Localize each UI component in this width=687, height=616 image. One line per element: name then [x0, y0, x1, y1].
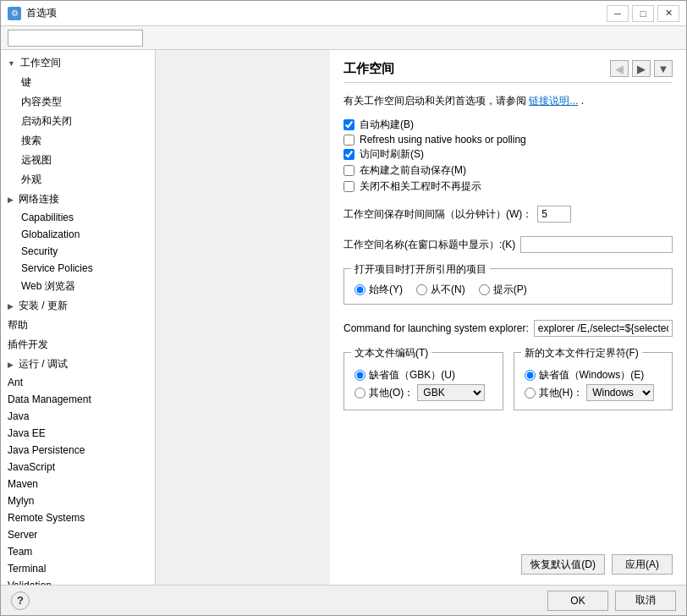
sidebar-label-remote-systems: Remote Systems — [8, 512, 85, 524]
command-input[interactable] — [534, 320, 673, 337]
sidebar-item-plugin-dev[interactable]: 插件开发 — [1, 335, 155, 355]
encoding-title: 文本文件编码(T) — [351, 346, 431, 360]
checkbox-row-refresh-native: Refresh using native hooks or polling — [344, 134, 673, 146]
newline-radio-0[interactable] — [525, 370, 536, 381]
main-content: ▼工作空间键内容类型启动和关闭搜索远视图外观▶网络连接CapabilitiesG… — [1, 50, 686, 585]
close-button[interactable]: ✕ — [657, 5, 679, 22]
newline-title: 新的文本文件行定界符(F) — [521, 346, 642, 360]
checkbox-auto-refresh[interactable] — [344, 149, 354, 160]
help-button[interactable]: ? — [11, 591, 30, 610]
radio-never[interactable] — [416, 284, 427, 295]
workspace-name-row: 工作空间名称(在窗口标题中显示）:(K) — [344, 236, 673, 253]
newline-dropdown[interactable]: WindowsUnixMac — [586, 384, 654, 401]
encoding-box: 文本文件编码(T) 缺省值（GBK）(U)其他(O)：GBKUTF-8UTF-1… — [344, 352, 503, 410]
encoding-radio-row-0: 缺省值（GBK）(U) — [354, 368, 492, 382]
workspace-name-input[interactable] — [520, 236, 673, 253]
bottom-left: ? — [11, 591, 30, 610]
radio-always[interactable] — [354, 284, 365, 295]
encoding-radio-0[interactable] — [354, 370, 365, 381]
checkbox-close-unrelated[interactable] — [344, 181, 354, 192]
sidebar-item-globalization[interactable]: Globalization — [1, 226, 155, 243]
radio-label-always: 始终(Y) — [369, 283, 403, 297]
open-projects-radio-row-never: 从不(N) — [416, 283, 465, 297]
sidebar-item-key[interactable]: 键 — [1, 73, 155, 92]
sidebar-item-mylyn[interactable]: Mylyn — [1, 492, 155, 509]
sidebar-item-startup-shutdown[interactable]: 启动和关闭 — [1, 112, 155, 131]
encoding-radio-1[interactable] — [354, 388, 365, 399]
expand-arrow-workspace-parent: ▼ — [8, 59, 15, 68]
sidebar-item-workspace-parent[interactable]: ▼工作空间 — [1, 53, 155, 73]
checkbox-label-auto-refresh: 访问时刷新(S) — [360, 147, 424, 162]
info-link[interactable]: 链接说明... — [529, 95, 578, 107]
sidebar-item-java-persistence[interactable]: Java Persistence — [1, 442, 155, 459]
apply-button[interactable]: 应用(A) — [612, 554, 673, 575]
radio-label-never: 从不(N) — [431, 283, 465, 297]
sidebar-item-help[interactable]: 帮助 — [1, 316, 155, 335]
sidebar-label-plugin-dev: 插件开发 — [8, 338, 48, 352]
sidebar-item-remote-systems[interactable]: Remote Systems — [1, 509, 155, 526]
sidebar-item-service-policies[interactable]: Service Policies — [1, 260, 155, 277]
sidebar-item-web-browser[interactable]: Web 浏览器 — [1, 277, 155, 296]
sidebar-item-content-type[interactable]: 内容类型 — [1, 92, 155, 112]
encoding-radio-row-1: 其他(O)：GBKUTF-8UTF-16ISO-8859-1 — [354, 384, 492, 401]
info-text-row: 有关工作空间启动和关闭首选项，请参阅 链接说明... . — [344, 93, 673, 109]
nav-menu-button[interactable]: ▼ — [654, 60, 673, 77]
sidebar-item-run-debug[interactable]: ▶运行 / 调试 — [1, 355, 155, 374]
sidebar-label-run-debug: 运行 / 调试 — [19, 357, 68, 371]
checkbox-save-before-build[interactable] — [344, 165, 354, 176]
sidebar-label-workspace-parent: 工作空间 — [20, 56, 61, 70]
window-icon: ⚙ — [8, 7, 21, 20]
sidebar: ▼工作空间键内容类型启动和关闭搜索远视图外观▶网络连接CapabilitiesG… — [1, 50, 156, 585]
sidebar-item-install-update[interactable]: ▶安装 / 更新 — [1, 296, 155, 316]
newline-radio-row-0: 缺省值（Windows）(E) — [525, 368, 662, 382]
open-projects-group: 打开项目时打开所引用的项目 始终(Y)从不(N)提示(P) — [344, 268, 673, 305]
sidebar-label-help: 帮助 — [8, 318, 28, 333]
nav-forward-button[interactable]: ▶ — [632, 60, 651, 77]
newline-radios: 缺省值（Windows）(E)其他(H)：WindowsUnixMac — [525, 368, 662, 401]
open-projects-radio-row-always: 始终(Y) — [354, 283, 403, 297]
sidebar-item-terminal[interactable]: Terminal — [1, 560, 155, 577]
sidebar-item-validation[interactable]: Validation — [1, 577, 155, 585]
newline-radio-row-1: 其他(H)：WindowsUnixMac — [525, 384, 662, 401]
sidebar-item-perspective[interactable]: 远视图 — [1, 151, 155, 170]
encoding-dropdown[interactable]: GBKUTF-8UTF-16ISO-8859-1 — [417, 384, 485, 401]
sidebar-label-mylyn: Mylyn — [8, 495, 34, 507]
checkbox-auto-build[interactable] — [344, 119, 354, 130]
cancel-button[interactable]: 取消 — [615, 591, 676, 611]
checkbox-row-save-before-build: 在构建之前自动保存(M) — [344, 163, 673, 178]
sidebar-item-security[interactable]: Security — [1, 243, 155, 260]
minimize-button[interactable]: ─ — [607, 5, 629, 22]
radio-prompt[interactable] — [479, 284, 490, 295]
sidebar-label-server: Server — [8, 529, 37, 541]
open-projects-title: 打开项目时打开所引用的项目 — [351, 262, 490, 277]
command-label: Command for launching system explorer: — [344, 322, 529, 334]
workspace-name-label: 工作空间名称(在窗口标题中显示）:(K) — [344, 238, 515, 252]
sidebar-item-maven[interactable]: Maven — [1, 476, 155, 492]
newline-box: 新的文本文件行定界符(F) 缺省值（Windows）(E)其他(H)：Windo… — [514, 352, 673, 410]
save-interval-input[interactable] — [537, 206, 571, 223]
checkbox-refresh-native[interactable] — [344, 135, 354, 146]
checkbox-container: 自动构建(B)Refresh using native hooks or pol… — [344, 116, 673, 195]
sidebar-item-appearance[interactable]: 外观 — [1, 170, 155, 190]
search-input[interactable] — [8, 30, 143, 47]
nav-back-button[interactable]: ◀ — [610, 60, 629, 77]
content-title: 工作空间 — [344, 61, 394, 77]
maximize-button[interactable]: □ — [632, 5, 654, 22]
sidebar-item-team[interactable]: Team — [1, 543, 155, 560]
sidebar-label-terminal: Terminal — [8, 563, 46, 575]
sidebar-item-ant[interactable]: Ant — [1, 374, 155, 391]
encoding-label-0: 缺省值（GBK）(U) — [369, 368, 455, 382]
radio-label-prompt: 提示(P) — [493, 283, 527, 297]
sidebar-item-javascript[interactable]: JavaScript — [1, 459, 155, 476]
ok-button[interactable]: OK — [547, 591, 608, 611]
sidebar-item-java[interactable]: Java — [1, 408, 155, 425]
sidebar-item-server[interactable]: Server — [1, 526, 155, 543]
sidebar-item-data-management[interactable]: Data Management — [1, 391, 155, 408]
sidebar-item-network-parent[interactable]: ▶网络连接 — [1, 190, 155, 209]
sidebar-label-team: Team — [8, 546, 32, 558]
sidebar-item-search[interactable]: 搜索 — [1, 131, 155, 151]
newline-radio-1[interactable] — [525, 388, 536, 399]
restore-defaults-button[interactable]: 恢复默认值(D) — [521, 554, 605, 575]
sidebar-item-capabilities[interactable]: Capabilities — [1, 209, 155, 226]
sidebar-item-java-ee[interactable]: Java EE — [1, 425, 155, 442]
